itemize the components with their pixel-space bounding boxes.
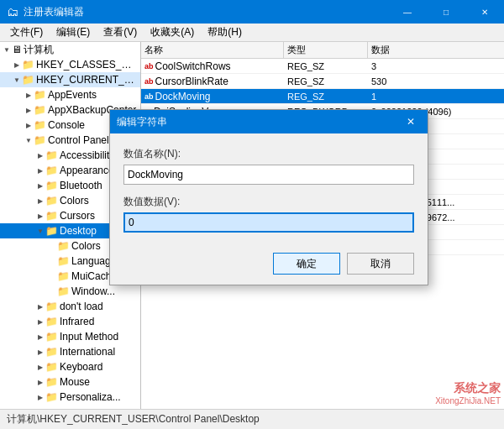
expand-icon: ▶ xyxy=(24,107,34,114)
cell-name: ab CursorBlinkRate xyxy=(141,76,284,87)
tree-label: Personaliza... xyxy=(60,391,121,403)
dialog-buttons: 确定 取消 xyxy=(110,249,428,285)
close-button[interactable]: ✕ xyxy=(465,0,504,24)
col-header-name: 名称 xyxy=(141,42,284,58)
folder-icon: 📁 xyxy=(57,255,70,267)
expand-icon: ▶ xyxy=(35,167,45,175)
tree-label: Console xyxy=(48,119,85,131)
expand-icon: ▶ xyxy=(35,364,45,371)
menu-edit[interactable]: 编辑(E) xyxy=(50,24,97,41)
folder-icon: 📁 xyxy=(57,270,70,282)
folder-icon: 📁 xyxy=(34,89,46,101)
expand-icon: ▶ xyxy=(35,348,45,356)
tree-item-window[interactable]: 📁 Window... xyxy=(0,284,140,299)
table-row[interactable]: ab CursorBlinkRate REG_SZ 530 xyxy=(141,74,504,89)
dialog-body: 数值名称(N): 数值数据(V): xyxy=(110,133,428,249)
dialog-title: 编辑字符串 xyxy=(117,115,167,129)
tree-label: Bluetooth xyxy=(60,180,102,191)
tree-item-inputmethod[interactable]: ▶ 📁 Input Method xyxy=(0,329,140,344)
expand-icon: ▶ xyxy=(35,318,45,326)
folder-icon: 📁 xyxy=(45,210,58,222)
tree-label: Cursors xyxy=(60,210,95,222)
col-header-type: 类型 xyxy=(284,42,368,58)
reg-ab-icon: ab xyxy=(144,62,154,71)
folder-icon: 📁 xyxy=(34,119,46,131)
folder-icon: 📁 xyxy=(45,376,58,388)
tree-item-international[interactable]: ▶ 📁 International xyxy=(0,344,140,359)
menu-favorites[interactable]: 收藏夹(A) xyxy=(144,24,201,41)
menu-view[interactable]: 查看(V) xyxy=(97,24,144,41)
cell-type: REG_SZ xyxy=(284,61,368,71)
folder-icon: 📁 xyxy=(57,240,70,252)
tree-label: Accessibility xyxy=(60,149,114,161)
tree-item-dontload[interactable]: ▶ 📁 don't load xyxy=(0,299,140,314)
title-bar-controls: — □ ✕ xyxy=(388,0,504,24)
folder-icon: 📁 xyxy=(22,59,34,71)
tree-item-computer[interactable]: ▼ 🖥 计算机 xyxy=(0,42,140,57)
name-input[interactable] xyxy=(123,165,414,185)
cell-data: 3 xyxy=(368,61,504,71)
menu-file[interactable]: 文件(F) xyxy=(3,24,50,41)
tree-label: International xyxy=(60,346,115,358)
tree-label: Infrared xyxy=(60,316,94,327)
tree-label: 计算机 xyxy=(24,43,54,57)
expand-icon: ▶ xyxy=(12,61,22,69)
tree-label: AppEvents xyxy=(48,89,97,101)
expand-icon: ▼ xyxy=(12,76,22,84)
cell-name: ab DockMoving xyxy=(141,91,284,102)
dialog-close-button[interactable]: ✕ xyxy=(401,113,421,130)
data-input[interactable] xyxy=(123,212,414,233)
cancel-button[interactable]: 取消 xyxy=(347,253,414,275)
status-bar: 计算机\HKEY_CURRENT_USER\Control Panel\Desk… xyxy=(0,409,504,429)
tree-item-personalization[interactable]: ▶ 📁 Personaliza... xyxy=(0,390,140,405)
folder-icon: 📁 xyxy=(22,74,34,86)
table-header: 名称 类型 数据 xyxy=(141,42,504,59)
app-icon: 🗂 xyxy=(7,5,18,18)
maximize-button[interactable]: □ xyxy=(427,0,465,24)
computer-icon: 🖥 xyxy=(12,44,22,55)
cell-type: REG_SZ xyxy=(284,76,368,86)
expand-icon: ▶ xyxy=(35,379,45,386)
tree-item-keyboard[interactable]: ▶ 📁 Keyboard xyxy=(0,359,140,374)
col-header-data: 数据 xyxy=(368,42,504,58)
tree-item-mouse[interactable]: ▶ 📁 Mouse xyxy=(0,374,140,390)
reg-ab-icon: ab xyxy=(144,77,154,86)
folder-icon: 📁 xyxy=(45,195,58,207)
tree-label: Appearance xyxy=(60,165,114,176)
expand-icon xyxy=(47,273,57,280)
ok-button[interactable]: 确定 xyxy=(273,253,340,275)
tree-label: Keyboard xyxy=(60,361,102,373)
tree-item-hkcr[interactable]: ▶ 📁 HKEY_CLASSES_ROOT xyxy=(0,57,140,72)
menu-help[interactable]: 帮助(H) xyxy=(201,24,249,41)
tree-item-hkcu[interactable]: ▼ 📁 HKEY_CURRENT_USER xyxy=(0,72,140,87)
folder-icon: 📁 xyxy=(45,331,58,343)
minimize-button[interactable]: — xyxy=(388,0,427,24)
tree-label: don't load xyxy=(60,301,103,312)
table-row-dockmoving[interactable]: ab DockMoving REG_SZ 1 xyxy=(141,89,504,104)
reg-ab-icon: ab xyxy=(144,92,154,101)
edit-string-dialog: 编辑字符串 ✕ 数值名称(N): 数值数据(V): 确定 取消 xyxy=(109,109,428,285)
tree-label: Window... xyxy=(71,285,115,297)
expand-icon: ▶ xyxy=(24,122,34,129)
dialog-title-bar: 编辑字符串 ✕ xyxy=(110,110,428,133)
tree-label: Mouse xyxy=(60,376,90,388)
expand-icon: ▶ xyxy=(24,92,34,99)
folder-icon: 📁 xyxy=(45,180,58,191)
cell-name: ab CoolSwitchRows xyxy=(141,60,284,72)
folder-icon: 📁 xyxy=(34,134,46,146)
expand-icon: ▶ xyxy=(35,197,45,205)
tree-label: Desktop xyxy=(60,225,97,237)
tree-item-appevents[interactable]: ▶ 📁 AppEvents xyxy=(0,87,140,102)
name-label: 数值名称(N): xyxy=(123,147,414,161)
tree-label: HKEY_CURRENT_USER xyxy=(36,74,139,86)
folder-icon: 📁 xyxy=(45,165,58,176)
tree-label: Input Method xyxy=(60,331,118,343)
folder-icon: 📁 xyxy=(45,346,58,358)
expand-icon: ▼ xyxy=(35,228,45,235)
table-row[interactable]: ab CoolSwitchRows REG_SZ 3 xyxy=(141,59,504,74)
folder-icon: 📁 xyxy=(45,301,58,312)
folder-icon: 📁 xyxy=(45,316,58,327)
tree-item-infrared[interactable]: ▶ 📁 Infrared xyxy=(0,314,140,329)
tree-label: Colors xyxy=(60,195,89,207)
folder-icon: 📁 xyxy=(45,225,58,237)
